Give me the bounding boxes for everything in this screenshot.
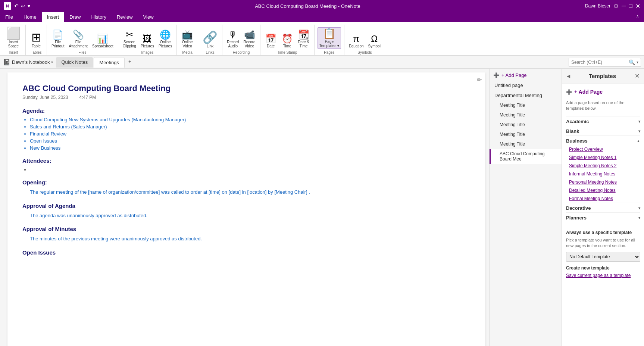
link-btn[interactable]: 🔗 Link bbox=[201, 31, 219, 49]
back-btn[interactable]: ↶ bbox=[14, 3, 19, 9]
page-item-meeting-5[interactable]: Meeting Title bbox=[490, 139, 562, 149]
attendee-item-empty[interactable] bbox=[30, 167, 471, 172]
page-templates-btn[interactable]: 📋 PageTemplates ▾ bbox=[318, 27, 341, 49]
images-group-items: ✂ ScreenClipping 🖼 Pictures 🌐 OnlinePict… bbox=[121, 25, 173, 49]
page-title[interactable]: ABC Cloud Computing Board Meeting bbox=[22, 84, 471, 93]
insert-space-btn[interactable]: ⬜ InsertSpace bbox=[4, 27, 22, 49]
page-item-meeting-3[interactable]: Meeting Title bbox=[490, 120, 562, 130]
attendees-list bbox=[30, 167, 471, 172]
media-group-label: Media bbox=[182, 49, 193, 55]
media-group-items: 📺 OnlineVideo bbox=[180, 25, 195, 49]
title-bar-right: Dawn Bieser ⊟ ─ □ ✕ bbox=[585, 3, 640, 10]
spreadsheet-icon: 📊 bbox=[97, 34, 108, 43]
maximize-btn[interactable]: □ bbox=[629, 3, 632, 10]
file-printout-btn[interactable]: 📄 FilePrintout bbox=[50, 29, 66, 49]
tab-review[interactable]: Review bbox=[112, 12, 138, 22]
undo-btn[interactable]: ↩ bbox=[21, 3, 25, 9]
template-simple-meeting-1[interactable]: Simple Meeting Notes 1 bbox=[566, 153, 640, 162]
tab-file[interactable]: File bbox=[0, 12, 18, 22]
page-item-untitled[interactable]: Untitled page bbox=[490, 80, 562, 90]
page-item-meeting-4[interactable]: Meeting Title bbox=[490, 130, 562, 139]
page-item-departmental[interactable]: Departmental Meeting bbox=[490, 90, 562, 100]
add-section-btn[interactable]: + bbox=[125, 57, 134, 68]
category-business-arrow: ▲ bbox=[637, 139, 640, 143]
templates-arrow-left[interactable]: ◀ bbox=[567, 74, 570, 79]
templates-close-btn[interactable]: ✕ bbox=[635, 72, 640, 80]
minimize-btn[interactable]: ─ bbox=[622, 3, 626, 10]
template-select[interactable]: No Default Template bbox=[566, 252, 640, 262]
category-blank[interactable]: Blank ▾ bbox=[566, 126, 640, 135]
online-video-btn[interactable]: 📺 OnlineVideo bbox=[180, 29, 195, 49]
template-project-overview[interactable]: Project Overview bbox=[566, 145, 640, 153]
tab-insert[interactable]: Insert bbox=[42, 12, 65, 22]
online-pictures-btn[interactable]: 🌐 OnlinePictures bbox=[157, 29, 173, 49]
collapse-ribbon-btn[interactable]: ∧ bbox=[631, 12, 644, 22]
agenda-item-5[interactable]: New Business bbox=[30, 145, 471, 151]
add-page-plus-icon: ➕ bbox=[566, 89, 572, 95]
ribbon-content: ⬜ InsertSpace Insert ⊞ Table Tables 📄 Fi… bbox=[0, 22, 644, 56]
spreadsheet-btn[interactable]: 📊 Spreadsheet bbox=[91, 34, 115, 49]
add-page-header[interactable]: ➕ + Add Page bbox=[490, 70, 562, 80]
symbol-btn[interactable]: Ω Symbol bbox=[367, 34, 382, 49]
agenda-item-1[interactable]: Cloud Computing New Systems and Upgrades… bbox=[30, 117, 471, 122]
category-planners[interactable]: Planners ▾ bbox=[566, 212, 640, 222]
time-btn[interactable]: ⏰ Time bbox=[280, 34, 295, 49]
close-btn[interactable]: ✕ bbox=[635, 3, 640, 10]
insert-space-icon: ⬜ bbox=[6, 27, 21, 39]
opening-text[interactable]: The regular meeting of the [name of orga… bbox=[30, 188, 471, 196]
tab-draw[interactable]: Draw bbox=[64, 12, 86, 22]
insert-space-label: InsertSpace bbox=[8, 40, 19, 48]
edit-icon[interactable]: ✏ bbox=[477, 76, 482, 83]
date-time-btn[interactable]: 📆 Date &Time bbox=[296, 29, 311, 49]
file-attachment-btn[interactable]: 📎 FileAttachment bbox=[67, 29, 89, 49]
pictures-btn[interactable]: 🖼 Pictures bbox=[139, 34, 156, 49]
tab-quick-notes[interactable]: Quick Notes bbox=[56, 57, 93, 68]
save-template-link[interactable]: Save current page as a template bbox=[566, 273, 640, 278]
approval-agenda-text[interactable]: The agenda was unanimously approved as d… bbox=[30, 212, 471, 219]
record-video-btn[interactable]: 📹 RecordVideo bbox=[242, 29, 257, 49]
notebook-selector[interactable]: 📓 Dawn's Notebook ▾ bbox=[3, 59, 53, 66]
tab-view[interactable]: View bbox=[138, 12, 159, 22]
category-decorative[interactable]: Decorative ▾ bbox=[566, 203, 640, 212]
category-academic[interactable]: Academic ▾ bbox=[566, 116, 640, 126]
quick-access: ↶ ↩ ▾ bbox=[14, 3, 30, 9]
tab-home[interactable]: Home bbox=[18, 12, 42, 22]
tab-meetings[interactable]: Meetings bbox=[94, 57, 125, 68]
equation-btn[interactable]: π Equation bbox=[347, 34, 365, 49]
images-group-label: Images bbox=[141, 49, 154, 55]
approval-minutes-text[interactable]: The minutes of the previous meeting were… bbox=[30, 235, 471, 243]
agenda-item-2[interactable]: Sales and Returns (Sales Manager) bbox=[30, 124, 471, 130]
insert-group-items: ⬜ InsertSpace bbox=[4, 25, 22, 49]
add-page-btn[interactable]: ➕ + Add Page bbox=[566, 87, 640, 96]
category-business[interactable]: Business ▲ bbox=[566, 135, 640, 145]
page-item-meeting-1[interactable]: Meeting Title bbox=[490, 100, 562, 110]
opening-heading: Opening: bbox=[22, 179, 471, 186]
template-personal-meeting[interactable]: Personal Meeting Notes bbox=[566, 178, 640, 186]
tab-history[interactable]: History bbox=[86, 12, 112, 22]
record-audio-btn[interactable]: 🎙 RecordAudio bbox=[225, 29, 240, 49]
screen-clipping-btn[interactable]: ✂ ScreenClipping bbox=[121, 29, 138, 49]
view-switch-icon[interactable]: ⊟ bbox=[614, 3, 618, 9]
date-btn[interactable]: 📅 Date bbox=[263, 34, 278, 49]
page-item-meeting-2[interactable]: Meeting Title bbox=[490, 110, 562, 120]
search-dropdown-arrow[interactable]: ▾ bbox=[637, 60, 638, 64]
table-btn[interactable]: ⊞ Table bbox=[29, 31, 44, 49]
page-content: ✏ ABC Cloud Computing Board Meeting Sund… bbox=[0, 69, 489, 346]
template-simple-meeting-2[interactable]: Simple Meeting Notes 2 bbox=[566, 162, 640, 170]
screen-clipping-icon: ✂ bbox=[126, 30, 133, 39]
ribbon-group-pages: 📋 PageTemplates ▾ Pages bbox=[315, 25, 344, 55]
file-printout-label: FilePrintout bbox=[51, 40, 64, 48]
agenda-item-3[interactable]: Financial Review bbox=[30, 131, 471, 137]
template-formal-meeting[interactable]: Formal Meeting Notes bbox=[566, 194, 640, 203]
ribbon-group-images: ✂ ScreenClipping 🖼 Pictures 🌐 OnlinePict… bbox=[118, 25, 177, 55]
agenda-item-4[interactable]: Open Issues bbox=[30, 138, 471, 144]
template-informal-meeting[interactable]: Informal Meeting Notes bbox=[566, 170, 640, 178]
category-blank-label: Blank bbox=[566, 128, 579, 134]
search-input[interactable] bbox=[571, 60, 627, 65]
page-item-abc-cloud[interactable]: ABC Cloud Computing Board Mee bbox=[490, 149, 562, 164]
timestamp-group-items: 📅 Date ⏰ Time 📆 Date &Time bbox=[263, 25, 311, 49]
links-group-label: Links bbox=[206, 49, 214, 55]
template-detailed-meeting[interactable]: Detailed Meeting Notes bbox=[566, 186, 640, 194]
more-btn[interactable]: ▾ bbox=[28, 3, 30, 9]
notebook-name: Dawn's Notebook bbox=[12, 59, 50, 65]
